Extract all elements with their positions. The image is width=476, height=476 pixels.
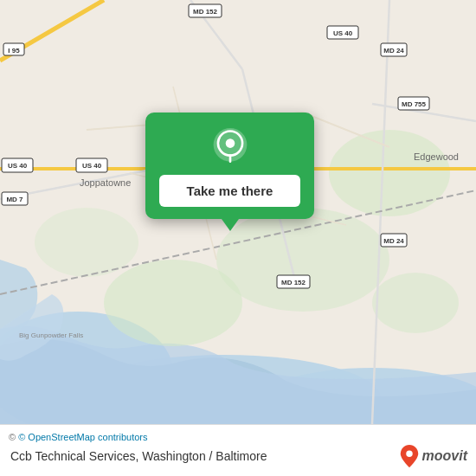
- moovit-pin-icon: [400, 445, 419, 467]
- svg-text:MD 152: MD 152: [193, 8, 218, 16]
- svg-point-7: [329, 130, 450, 216]
- svg-text:MD 755: MD 755: [402, 100, 427, 108]
- location-info: Ccb Technical Services, Washington / Bal…: [10, 449, 466, 463]
- svg-point-50: [406, 451, 412, 457]
- moovit-logo: moovit: [400, 445, 467, 467]
- svg-text:US 40: US 40: [82, 162, 102, 170]
- popup-card: Take me there: [145, 113, 314, 219]
- osm-link[interactable]: © OpenStreetMap contributors: [18, 432, 147, 442]
- bottom-bar: © © OpenStreetMap contributors Ccb Techn…: [0, 424, 476, 476]
- svg-text:US 40: US 40: [333, 29, 353, 37]
- map-container: I 95 I 95 US 40 US 40 MD 152 MD 152 MD 2…: [0, 0, 476, 424]
- svg-text:MD 7: MD 7: [6, 196, 23, 203]
- take-me-there-button[interactable]: Take me there: [159, 175, 300, 207]
- svg-point-9: [372, 273, 459, 333]
- moovit-label: moovit: [422, 448, 467, 464]
- location-name: Ccb Technical Services, Washington / Bal…: [10, 449, 267, 463]
- svg-point-6: [216, 208, 389, 312]
- svg-text:Big Gunpowder Falls: Big Gunpowder Falls: [19, 331, 83, 339]
- svg-text:US 40: US 40: [8, 162, 28, 170]
- osm-attribution: © © OpenStreetMap contributors: [9, 432, 148, 442]
- svg-text:Edgewood: Edgewood: [414, 151, 459, 162]
- copyright-symbol: ©: [9, 432, 16, 442]
- location-pin-icon: [211, 128, 249, 166]
- svg-point-49: [225, 138, 235, 148]
- svg-text:MD 152: MD 152: [281, 279, 306, 286]
- svg-text:Joppatowne: Joppatowne: [80, 177, 131, 188]
- svg-text:MD 24: MD 24: [383, 47, 404, 55]
- svg-text:I 95: I 95: [8, 47, 20, 55]
- svg-text:MD 24: MD 24: [383, 237, 404, 245]
